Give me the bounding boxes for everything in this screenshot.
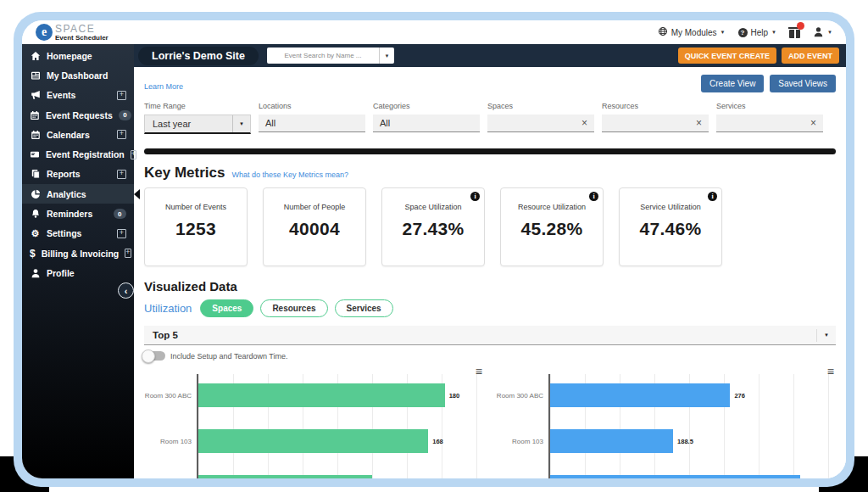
setup-teardown-toggle[interactable]: [144, 351, 165, 361]
sidebar-item-billing-invoicing[interactable]: $Billing & Invoicing+: [22, 243, 134, 263]
metric-card-resource-utilization: Resource Utilization45.28%i: [500, 187, 604, 266]
metric-card-value: 47.46%: [620, 219, 721, 239]
clear-icon[interactable]: ×: [696, 118, 702, 128]
count-badge: 0: [114, 209, 126, 219]
filter-input-spaces[interactable]: ×: [487, 115, 594, 132]
saved-views-button[interactable]: Saved Views: [770, 75, 836, 92]
metric-card-number-of-events: Number of Events1253: [144, 187, 248, 266]
info-icon[interactable]: i: [589, 192, 598, 201]
sidebar-item-analytics[interactable]: Analytics: [22, 184, 134, 204]
my-modules-label: My Modules: [671, 28, 717, 37]
filter-select-time-range[interactable]: Last year▼: [144, 115, 251, 134]
key-metrics-title: Key Metrics: [144, 165, 225, 182]
filter-fields: Time RangeLast year▼LocationsAllCategori…: [144, 102, 836, 134]
create-view-button[interactable]: Create View: [701, 75, 764, 92]
chart-category-label: Room 103: [144, 438, 192, 445]
sidebar-item-event-registration[interactable]: Event Registration+: [22, 144, 134, 164]
gear-icon: ⚙: [30, 229, 41, 238]
quick-event-create-button[interactable]: QUICK EVENT CREATE: [678, 48, 776, 64]
topbar: e SPACE Event Scheduler My Modules ▼ ? H…: [22, 20, 846, 44]
utilization-tabs-row: Utilization SpacesResourcesServices: [144, 299, 836, 317]
sidebar-item-calendars[interactable]: Calendars+: [22, 125, 134, 144]
info-icon[interactable]: i: [470, 192, 480, 201]
help-label: Help: [751, 28, 769, 37]
utilization-label: Utilization: [144, 302, 192, 315]
expand-plus-icon[interactable]: +: [117, 130, 126, 139]
sidebar-item-settings[interactable]: ⚙Settings+: [22, 224, 134, 243]
sidebar-item-my-dashboard[interactable]: My Dashboard: [22, 65, 134, 85]
metric-card-value: 27.43%: [382, 219, 484, 239]
add-event-button[interactable]: ADD EVENT: [782, 48, 839, 64]
site-name-button[interactable]: Lorrie's Demo Site: [138, 47, 259, 65]
gift-icon: [789, 30, 800, 38]
sidebar-item-profile[interactable]: Profile: [22, 263, 134, 282]
expand-plus-icon[interactable]: +: [117, 229, 126, 238]
event-search-placeholder: Event Search by Name ...: [267, 52, 379, 59]
top-n-select[interactable]: Top 5 ▼: [144, 326, 836, 345]
topbar-menu: My Modules ▼ ? Help ▼ ▼: [658, 26, 832, 39]
metric-card-space-utilization: Space Utilization27.43%i: [381, 187, 485, 266]
filter-input-locations[interactable]: All: [259, 115, 365, 132]
chart-plot-area: 276: [550, 372, 831, 418]
chart-menu-icon[interactable]: ≡: [476, 367, 482, 377]
chart-rows: Room 300 ABC276Room 103188.5: [496, 372, 836, 478]
sidebar-collapse-button[interactable]: ‹: [118, 282, 134, 299]
my-modules-menu[interactable]: My Modules ▼: [658, 26, 726, 38]
learn-more-link[interactable]: Learn More: [144, 82, 183, 91]
filter-input-resources[interactable]: ×: [602, 115, 709, 132]
sidebar-item-event-requests[interactable]: Event Requests0: [22, 105, 134, 125]
filter-field-label: Time Range: [144, 102, 251, 110]
setup-teardown-toggle-row: Include Setup and Teardown Time.: [144, 351, 836, 361]
tab-services[interactable]: Services: [335, 299, 393, 317]
header-buttons: QUICK EVENT CREATE ADD EVENT: [678, 48, 839, 64]
clear-icon[interactable]: ×: [810, 118, 816, 128]
sidebar-item-homepage[interactable]: Homepage: [22, 46, 134, 65]
key-metrics-help-link[interactable]: What do these Key Metrics mean?: [231, 171, 348, 179]
metric-cards: Number of Events1253Number of People4000…: [144, 187, 836, 266]
filter-field-value: All: [380, 118, 390, 128]
chart-plot-area: 180: [198, 372, 479, 418]
sidebar-nav: HomepageMy DashboardEvents+Event Request…: [22, 44, 134, 478]
gift-button[interactable]: [789, 27, 800, 38]
chart-row-partial: [144, 464, 484, 478]
expand-plus-icon[interactable]: +: [117, 170, 126, 179]
logo-brand: SPACE: [55, 24, 108, 34]
filter-input-categories[interactable]: All: [373, 115, 480, 132]
expand-plus-icon[interactable]: +: [125, 249, 131, 258]
charts-row: ≡Room 300 ABC180Room 103168≡Room 300 ABC…: [144, 367, 836, 478]
chart-plot-area: 188.5: [550, 418, 831, 464]
chart-bar: [198, 475, 372, 478]
logo-e-icon: e: [36, 24, 53, 41]
filter-field-label: Categories: [373, 102, 480, 110]
sidebar-item-reminders[interactable]: Reminders0: [22, 204, 134, 223]
sidebar-item-events[interactable]: Events+: [22, 86, 134, 105]
horizontal-scrollbar[interactable]: [144, 148, 836, 154]
metric-card-label: Space Utilization: [382, 203, 484, 211]
filter-input-services[interactable]: ×: [716, 115, 823, 132]
sidebar-item-label: Reports: [47, 169, 81, 179]
tab-resources[interactable]: Resources: [260, 299, 327, 317]
metric-card-value: 1253: [145, 219, 247, 239]
filter-field-label: Spaces: [487, 102, 594, 110]
filter-field-label: Services: [716, 102, 823, 110]
expand-plus-icon[interactable]: +: [131, 150, 136, 159]
event-search-select[interactable]: Event Search by Name ... ▼: [267, 48, 394, 64]
clear-icon[interactable]: ×: [581, 118, 587, 128]
sidebar-item-label: Calendars: [47, 130, 90, 140]
chart-row-room-300-abc: Room 300 ABC180: [144, 372, 484, 418]
filter-field-label: Resources: [602, 102, 709, 110]
bar-chart-spaces-blue: ≡Room 300 ABC276Room 103188.5: [496, 367, 836, 478]
chart-menu-icon[interactable]: ≡: [827, 367, 834, 377]
tab-spaces[interactable]: Spaces: [200, 299, 253, 317]
help-menu[interactable]: ? Help ▼: [738, 28, 777, 37]
sidebar-item-label: Billing & Invoicing: [42, 249, 120, 259]
info-icon[interactable]: i: [708, 192, 717, 201]
metric-card-value: 40004: [264, 219, 365, 239]
sidebar-item-reports[interactable]: Reports+: [22, 165, 134, 184]
metric-card-value: 45.28%: [501, 219, 603, 239]
card-icon: [30, 149, 40, 159]
metric-card-label: Resource Utilization: [501, 203, 603, 211]
expand-plus-icon[interactable]: +: [117, 91, 126, 100]
chevron-down-icon: ▼: [816, 329, 836, 342]
user-menu[interactable]: ▼: [813, 26, 832, 39]
